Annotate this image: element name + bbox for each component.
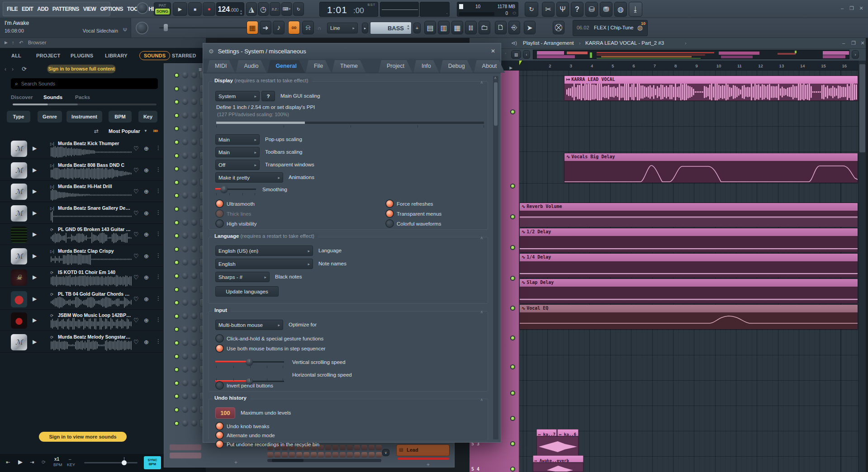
channel-volume-knob[interactable] bbox=[191, 353, 197, 359]
wait-for-input-icon[interactable]: ◷ bbox=[258, 2, 269, 16]
sync-icon[interactable]: ↻ bbox=[525, 2, 538, 17]
channel-pan-knob[interactable] bbox=[182, 313, 188, 319]
more-options-icon[interactable]: ⋮ bbox=[156, 188, 161, 194]
browser-back-icon[interactable]: ↶ bbox=[19, 40, 23, 46]
rack-channel-button[interactable] bbox=[170, 444, 201, 450]
filter-key[interactable]: Key bbox=[138, 111, 157, 123]
window-close-button[interactable]: ✕ bbox=[857, 5, 865, 11]
play-sound-icon[interactable]: ▶ bbox=[33, 296, 37, 302]
play-sound-icon[interactable]: ▶ bbox=[33, 339, 37, 345]
favorite-icon[interactable]: ♡ bbox=[133, 274, 139, 281]
led-off[interactable] bbox=[216, 220, 223, 227]
favorite-icon[interactable]: ♡ bbox=[133, 231, 139, 238]
metronome-icon[interactable]: ◮ bbox=[246, 2, 257, 16]
channel-pan-knob[interactable] bbox=[182, 72, 188, 78]
track-mute-led[interactable] bbox=[511, 215, 514, 218]
typing-keyboard-icon[interactable]: ⌨+ bbox=[281, 2, 292, 16]
led-on[interactable] bbox=[216, 441, 223, 448]
add-sound-icon[interactable]: ⊕ bbox=[144, 274, 149, 281]
sound-item[interactable]: ☠▶⟳IS KOTD 01 Choir Em 140♡⊕⋮ bbox=[0, 267, 163, 288]
play-sound-icon[interactable]: ▶ bbox=[33, 188, 37, 194]
step-cell[interactable] bbox=[304, 452, 309, 458]
tab-file[interactable]: File bbox=[306, 60, 331, 73]
flex-panel[interactable]: 06.02 FLEX | Chip-Tune ◍ 10 bbox=[573, 20, 648, 36]
download-icon[interactable]: ⭳ bbox=[629, 2, 642, 17]
channel-volume-knob[interactable] bbox=[191, 112, 197, 118]
rack-scroll-down-icon[interactable]: ∨ bbox=[382, 449, 389, 456]
option-invert-pencil-buttons[interactable]: Invert pencil buttons bbox=[216, 382, 273, 389]
channel-enable-led[interactable] bbox=[175, 248, 178, 251]
option-transparent-menus[interactable]: Transparent menus bbox=[386, 210, 441, 217]
shop-cart-icon[interactable]: ⛒ bbox=[553, 21, 564, 34]
step-cell[interactable] bbox=[376, 445, 382, 450]
clip-vocals-big-delay[interactable]: ∿ Vocals Big Delay bbox=[564, 153, 858, 183]
more-options-icon[interactable]: ⋮ bbox=[156, 231, 161, 237]
step-cell[interactable] bbox=[340, 452, 346, 458]
mixer-window-icon[interactable]: ⫾⫾ bbox=[465, 21, 477, 34]
channel-enable-led[interactable] bbox=[175, 154, 178, 157]
animations-dropdown[interactable]: Make it pretty▸ bbox=[215, 172, 283, 183]
step-cell[interactable] bbox=[361, 452, 367, 458]
channel-enable-led[interactable] bbox=[175, 328, 178, 331]
gui-scaling-dropdown[interactable]: System▸ bbox=[215, 91, 260, 101]
sound-waveform[interactable] bbox=[51, 275, 132, 287]
favorite-icon[interactable]: ♡ bbox=[133, 317, 139, 324]
channel-pan-knob[interactable] bbox=[182, 393, 188, 399]
save-icon[interactable]: ⛁ bbox=[585, 2, 598, 17]
refresh-icon[interactable]: ⟳ bbox=[22, 66, 27, 72]
playlist-vscroll-thumb[interactable] bbox=[859, 64, 865, 152]
browser-window-icon[interactable]: 🗀 bbox=[479, 21, 490, 34]
channel-volume-knob[interactable] bbox=[191, 326, 197, 332]
step-cell[interactable] bbox=[376, 452, 382, 458]
target-spinner[interactable]: ▲▼ bbox=[407, 24, 410, 30]
pat-song-toggle[interactable]: PAT SONG bbox=[154, 2, 171, 16]
channel-volume-knob[interactable] bbox=[191, 165, 197, 171]
sound-waveform[interactable] bbox=[51, 168, 132, 179]
play-sound-icon[interactable]: ▶ bbox=[33, 210, 37, 216]
channel-pan-knob[interactable] bbox=[182, 380, 188, 386]
transparent-windows-dropdown[interactable]: Off▸ bbox=[215, 160, 260, 170]
pl-tool-menu-icon[interactable]: ◦ bbox=[505, 51, 506, 56]
favorite-icon[interactable]: ♡ bbox=[133, 339, 139, 345]
channel-volume-knob[interactable] bbox=[191, 179, 197, 185]
channel-volume-knob[interactable] bbox=[191, 152, 197, 158]
browser-collapse-icon[interactable]: ▶ bbox=[5, 40, 8, 45]
tempo-display[interactable]: 124 .000 ▲▼ bbox=[216, 2, 244, 16]
favorite-icon[interactable]: ♡ bbox=[133, 253, 139, 260]
browser-tab-starred[interactable]: STARRED bbox=[172, 53, 196, 58]
feedback-icon[interactable]: ◍ bbox=[614, 2, 627, 17]
channel-enable-led[interactable] bbox=[175, 221, 178, 224]
menu-edit[interactable]: EDIT bbox=[22, 6, 33, 12]
step-cell[interactable] bbox=[325, 452, 331, 458]
add-sound-icon[interactable]: ⊕ bbox=[144, 231, 149, 238]
channel-enable-led[interactable] bbox=[175, 87, 178, 90]
clip-ka-body[interactable] bbox=[536, 436, 579, 456]
view-tab-packs[interactable]: Packs bbox=[75, 94, 90, 100]
channel-volume-knob[interactable] bbox=[191, 393, 197, 399]
channel-volume-knob[interactable] bbox=[191, 340, 197, 345]
led-on[interactable] bbox=[216, 200, 223, 207]
filter-instrument[interactable]: Instrument bbox=[66, 111, 102, 123]
channel-enable-led[interactable] bbox=[175, 395, 178, 398]
channel-volume-knob[interactable] bbox=[191, 380, 197, 386]
play-sound-icon[interactable]: ▶ bbox=[33, 317, 37, 323]
scaling-help-button[interactable]: ? bbox=[261, 91, 275, 101]
shuffle-icon[interactable]: ⇄ bbox=[94, 128, 99, 134]
save-new-version-icon[interactable]: ⛃ bbox=[600, 2, 612, 17]
add-sound-icon[interactable]: ⊕ bbox=[144, 296, 149, 302]
filter-bpm[interactable]: BPM bbox=[109, 111, 132, 123]
volume-thumb[interactable] bbox=[122, 460, 127, 465]
menu-add[interactable]: ADD bbox=[37, 6, 48, 12]
language-dropdown[interactable]: English (US) (en)▸ bbox=[215, 245, 313, 256]
vertical-scroll-slider[interactable] bbox=[215, 359, 284, 365]
section-collapse-icon[interactable]: ∧ bbox=[480, 236, 483, 240]
track-mute-led[interactable] bbox=[511, 336, 514, 340]
channel-enable-led[interactable] bbox=[175, 74, 178, 77]
tab-general[interactable]: General bbox=[267, 60, 305, 73]
channel-volume-knob[interactable] bbox=[191, 273, 197, 278]
add-channel-button[interactable]: + bbox=[413, 23, 421, 33]
link-icon[interactable]: ∞ bbox=[288, 21, 300, 34]
settings-scroll-thumb[interactable] bbox=[494, 82, 498, 126]
pl-collapse-icon[interactable]: ‹ bbox=[523, 50, 530, 59]
channel-pan-knob[interactable] bbox=[182, 112, 188, 118]
